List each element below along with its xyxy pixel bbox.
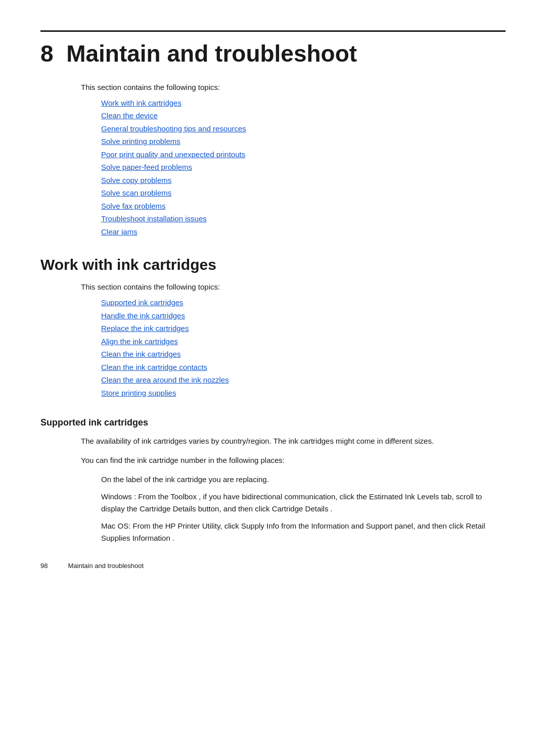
link-solve-paper-feed[interactable]: Solve paper-feed problems bbox=[101, 161, 506, 174]
link-solve-copy-problems[interactable]: Solve copy problems bbox=[101, 174, 506, 187]
link-solve-fax-problems[interactable]: Solve fax problems bbox=[101, 200, 506, 213]
section1-intro-text: This section contains the following topi… bbox=[40, 282, 506, 291]
link-clean-the-device[interactable]: Clean the device bbox=[101, 109, 506, 122]
link-store-printing-supplies[interactable]: Store printing supplies bbox=[101, 387, 506, 400]
link-poor-print-quality[interactable]: Poor print quality and unexpected printo… bbox=[101, 148, 506, 161]
link-replace-ink-cartridges[interactable]: Replace the ink cartridges bbox=[101, 322, 506, 335]
top-rule bbox=[40, 30, 506, 32]
section1-topic-list: Supported ink cartridges Handle the ink … bbox=[40, 296, 506, 399]
section1-title: Work with ink cartridges bbox=[40, 256, 506, 273]
subsection1-para1: The availability of ink cartridges varie… bbox=[40, 435, 506, 447]
link-solve-printing-problems[interactable]: Solve printing problems bbox=[101, 135, 506, 148]
subsection1-para3: On the label of the ink cartridge you ar… bbox=[40, 474, 506, 486]
footer-chapter-label: Maintain and troubleshoot bbox=[68, 562, 144, 570]
link-general-troubleshooting[interactable]: General troubleshooting tips and resourc… bbox=[101, 122, 506, 135]
link-handle-ink-cartridges[interactable]: Handle the ink cartridges bbox=[101, 309, 506, 322]
subsection1-title: Supported ink cartridges bbox=[40, 417, 506, 428]
chapter-intro-text: This section contains the following topi… bbox=[40, 83, 506, 91]
link-supported-ink-cartridges[interactable]: Supported ink cartridges bbox=[101, 296, 506, 309]
footer-page-number: 98 bbox=[40, 562, 48, 570]
link-clean-ink-cartridge-contacts[interactable]: Clean the ink cartridge contacts bbox=[101, 361, 506, 374]
link-align-ink-cartridges[interactable]: Align the ink cartridges bbox=[101, 335, 506, 348]
chapter-title: 8 Maintain and troubleshoot bbox=[40, 41, 506, 67]
link-solve-scan-problems[interactable]: Solve scan problems bbox=[101, 186, 506, 200]
chapter-topic-list: Work with ink cartridges Clean the devic… bbox=[40, 97, 506, 239]
chapter-title-text: Maintain and troubleshoot bbox=[66, 40, 357, 67]
link-clear-jams[interactable]: Clear jams bbox=[101, 225, 506, 239]
page: 8 Maintain and troubleshoot This section… bbox=[0, 0, 546, 590]
subsection1-para5: Mac OS: From the HP Printer Utility, cli… bbox=[40, 520, 506, 544]
subsection1-para4: Windows : From the Toolbox , if you have… bbox=[40, 491, 506, 515]
link-troubleshoot-installation[interactable]: Troubleshoot installation issues bbox=[101, 212, 506, 225]
link-clean-ink-cartridges[interactable]: Clean the ink cartridges bbox=[101, 348, 506, 361]
link-clean-area-around-nozzles[interactable]: Clean the area around the ink nozzles bbox=[101, 373, 506, 387]
chapter-number: 8 bbox=[40, 40, 54, 67]
subsection1-para2: You can find the ink cartridge number in… bbox=[40, 454, 506, 466]
link-work-with-ink-cartridges[interactable]: Work with ink cartridges bbox=[101, 97, 506, 110]
footer: 98 Maintain and troubleshoot bbox=[40, 562, 506, 570]
